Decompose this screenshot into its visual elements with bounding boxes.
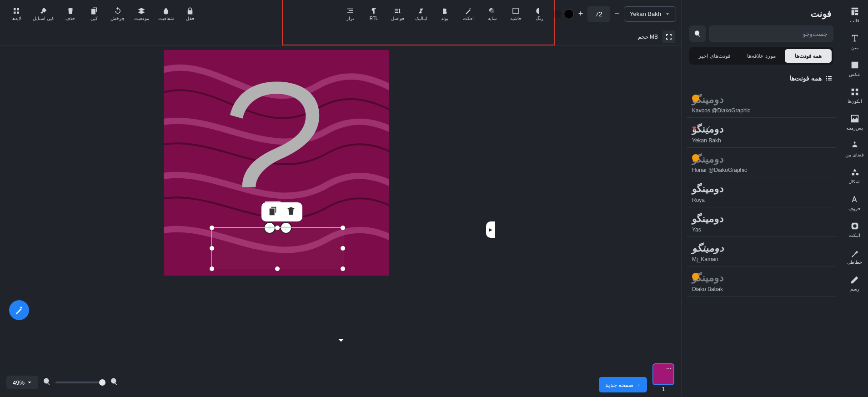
resize-handle-tl[interactable]	[210, 226, 214, 230]
bg-color-swatch[interactable]	[552, 9, 562, 19]
rail-myspace[interactable]: فضای من	[842, 139, 868, 159]
heart-icon[interactable]: ♥	[692, 124, 697, 132]
shapes-icon	[850, 167, 860, 177]
calligraphy-icon	[850, 248, 860, 258]
resize-handle-br[interactable]	[341, 266, 345, 271]
font-search-input[interactable]: جست‌وجو	[709, 25, 833, 42]
search-button[interactable]	[689, 25, 706, 42]
zoom-out-icon	[110, 377, 118, 386]
font-list-header: همه فونت‌ها	[682, 71, 841, 88]
delete-selected-button[interactable]	[286, 206, 296, 218]
tool-rail: قالبمتنعکسآیکون‌هاپس‌زمینهفضای مناشکالحر…	[841, 0, 868, 397]
trash-icon	[66, 7, 75, 15]
font-preview: دومینگو	[692, 213, 724, 225]
resize-handle-ml[interactable]	[210, 246, 214, 251]
page-menu-icon[interactable]: ⋯	[666, 365, 672, 372]
font-list[interactable]: دومینگوKavoos @DiakoGraphicدومینگوYekan …	[682, 88, 841, 397]
copy-button[interactable]: کپی	[83, 3, 105, 25]
rail-calligraphy[interactable]: خطاطی	[842, 246, 868, 266]
border-button[interactable]: حاشیه	[505, 3, 527, 25]
font-row[interactable]: دومینگوKavoos @DiakoGraphic	[687, 88, 836, 118]
font-picker-button[interactable]: Yekan Bakh	[624, 6, 676, 22]
rtl-button[interactable]: RTL	[363, 3, 385, 25]
opacity-button[interactable]: شفافیت	[155, 3, 177, 25]
font-row[interactable]: دومینگوYekan Bakh♥✓	[687, 118, 836, 147]
spacing-button[interactable]: فواصل	[386, 3, 408, 25]
stack-icon	[137, 7, 146, 15]
rail-image[interactable]: عکس	[842, 58, 868, 79]
caption-toggle[interactable]	[662, 30, 675, 43]
resize-handle-tm[interactable]	[275, 226, 280, 230]
resize-handle-mr[interactable]	[341, 246, 345, 251]
text-color-swatch[interactable]	[564, 9, 574, 19]
tab-favorites[interactable]: مورد علاقه‌ها	[738, 49, 785, 63]
rail-letters[interactable]: حروف	[842, 192, 868, 213]
font-size-value[interactable]: 72	[587, 6, 610, 22]
collapse-panel-button[interactable]: ▸	[486, 221, 495, 238]
list-icon	[825, 75, 833, 82]
rail-text[interactable]: متن	[842, 31, 868, 52]
template-icon	[850, 6, 860, 16]
letters-icon	[850, 194, 860, 204]
myspace-icon	[850, 141, 860, 151]
zoom-slider[interactable]	[55, 382, 105, 383]
copy-icon	[268, 206, 278, 216]
font-size-stepper[interactable]: + 72 −	[576, 6, 622, 22]
layers-button[interactable]: لایه‌ها	[5, 3, 27, 25]
align-button[interactable]: تراز	[339, 3, 361, 25]
font-row[interactable]: دومینگوDiako Babak	[687, 266, 836, 296]
size-minus-button[interactable]: −	[612, 6, 622, 22]
pilcrow-icon	[370, 7, 378, 15]
rotate-button[interactable]: چرخش	[107, 3, 129, 25]
zoom-in-button[interactable]	[43, 377, 51, 387]
rail-icons[interactable]: آیکون‌ها	[842, 85, 868, 106]
shadow-button[interactable]: سایه	[481, 3, 503, 25]
rail-shapes[interactable]: اشکال	[842, 166, 868, 186]
rail-draw[interactable]: رسم	[842, 273, 868, 293]
duplicate-button[interactable]	[268, 206, 278, 218]
effect-button[interactable]: افکت	[457, 3, 479, 25]
bold-button[interactable]: بولد	[434, 3, 456, 25]
scroll-down-hint[interactable]	[337, 336, 345, 346]
new-page-button[interactable]: صفحه جدید +	[599, 377, 647, 392]
font-row[interactable]: دومینگوMj_Kaman	[687, 237, 836, 266]
tab-recent[interactable]: فونت‌های اخیر	[691, 49, 738, 63]
zoom-in-icon	[43, 377, 51, 386]
resize-handle-tr[interactable]	[341, 226, 345, 230]
icons-icon	[850, 87, 860, 97]
copy-style-button[interactable]: کپی استایل	[29, 3, 58, 25]
text-icon	[850, 33, 860, 43]
zoom-knob[interactable]	[99, 379, 105, 386]
font-name-label: Yas	[692, 226, 701, 233]
page-thumbnail[interactable]: ⋯	[652, 363, 674, 385]
tab-all-fonts[interactable]: همه فونت‌ها	[785, 49, 832, 63]
font-preview: دومینگو	[692, 183, 724, 195]
rail-template[interactable]: قالب	[842, 5, 868, 25]
zoom-value[interactable]: 49%	[6, 376, 38, 389]
font-row[interactable]: دومینگوRoya	[687, 177, 836, 207]
resize-handle-bl[interactable]	[210, 266, 214, 271]
position-button[interactable]: موقعیت	[130, 3, 153, 25]
lock-button[interactable]: قفل	[179, 3, 201, 25]
size-plus-button[interactable]: +	[576, 6, 586, 22]
zoom-out-button[interactable]	[110, 377, 118, 387]
font-row[interactable]: دومینگوHonar @DiakoGraphic	[687, 148, 836, 177]
rail-sticker[interactable]: اتیکت	[842, 219, 868, 240]
delete-button[interactable]: حذف	[60, 3, 81, 25]
font-row[interactable]: دومینگوYas	[687, 207, 836, 237]
canvas[interactable]: ✥ ⟳ ▸	[0, 45, 682, 397]
rail-background[interactable]: پس‌زمینه	[842, 112, 868, 132]
font-name-label: Kavoos @DiakoGraphic	[692, 107, 750, 114]
color-button[interactable]: رنگ	[528, 3, 550, 25]
italic-icon	[417, 7, 425, 15]
italic-button[interactable]: ایتالیک	[410, 3, 432, 25]
expand-icon	[665, 33, 672, 40]
page-number: 1	[652, 386, 674, 392]
drop-icon	[162, 7, 170, 15]
magic-fab[interactable]	[9, 300, 29, 320]
selected-text-frame[interactable]	[211, 227, 343, 269]
resize-handle-bm[interactable]	[275, 266, 280, 271]
align-icon	[346, 7, 354, 15]
page-thumb-wrap: ⋯ 1	[652, 363, 674, 392]
font-panel: فونت جست‌وجو همه فونت‌ها مورد علاقه‌ها ف…	[682, 0, 841, 397]
